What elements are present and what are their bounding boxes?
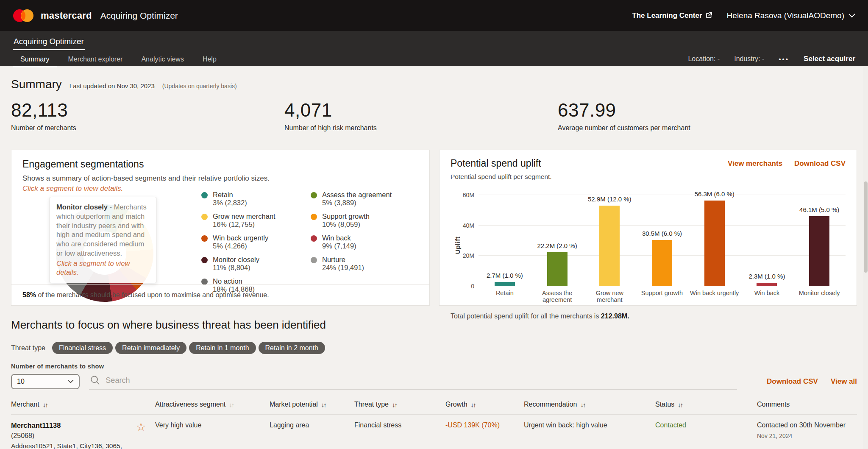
- engagement-description: Shows a summary of action-based segments…: [22, 174, 418, 183]
- legend-item[interactable]: Monitor closely11% (8,804): [201, 256, 290, 272]
- table-download-csv-link[interactable]: Download CSV: [767, 377, 818, 386]
- legend-dot: [201, 257, 208, 263]
- merchant-name[interactable]: Merchant11138: [11, 421, 136, 429]
- search-input[interactable]: [106, 376, 736, 385]
- bar-retain[interactable]: [495, 282, 515, 286]
- engagement-footnote: 58% of the merchants should be focused u…: [11, 284, 429, 305]
- learning-center-link[interactable]: The Learning Center: [632, 11, 712, 20]
- column-header-market-potential: Market potential↓↑: [270, 401, 354, 408]
- threat-chip-financial-stress[interactable]: Financial stress: [52, 342, 113, 354]
- bar-monitor-closely[interactable]: [809, 216, 829, 286]
- tab-summary[interactable]: Summary: [13, 50, 57, 67]
- merchants-section-heading: Merchants to focus on where business thr…: [11, 318, 857, 332]
- tab-merchant-explorer[interactable]: Merchant explorer: [60, 50, 130, 67]
- column-header-label: Status: [655, 401, 674, 408]
- legend-name: Assess the agreement: [322, 191, 392, 199]
- legend-value: 5% (4,266): [213, 242, 268, 250]
- legend-dot: [311, 214, 317, 220]
- growth-cell: -USD 139K (70%): [445, 421, 524, 449]
- merchants-table: Merchant↓↑Attractiveness segment↓↑Market…: [11, 401, 857, 449]
- uplift-download-csv-link[interactable]: Download CSV: [794, 159, 846, 168]
- legend-text: Grow new merchant16% (12,755): [213, 212, 275, 229]
- search-icon: [90, 375, 100, 386]
- y-tick: 40M: [463, 222, 474, 229]
- merchants-count-select[interactable]: 10: [11, 374, 80, 389]
- bar-win-back-urgently[interactable]: [704, 201, 725, 286]
- legend-item[interactable]: Support growth10% (8,059): [311, 212, 400, 229]
- bar-win-back[interactable]: [757, 283, 777, 286]
- legend-value: 24% (19,491): [322, 264, 364, 272]
- update-note: (Updates on quarterly basis): [162, 83, 237, 89]
- threat-chip-retain-in-1-month[interactable]: Retain in 1 month: [189, 342, 256, 354]
- legend-item[interactable]: Assess the agreement5% (3,889): [311, 191, 400, 207]
- legend-item[interactable]: Retain3% (2,832): [201, 191, 290, 207]
- merchant-search[interactable]: [89, 373, 737, 390]
- sort-icon[interactable]: ↓↑: [471, 401, 476, 408]
- y-tick: 60M: [463, 192, 474, 198]
- favorite-cell: ☆: [136, 421, 155, 449]
- bar-column: 52.9M (12.0 %): [583, 195, 636, 286]
- legend-item[interactable]: Grow new merchant16% (12,755): [201, 212, 290, 229]
- bar-column: 46.1M (5.0 %): [793, 195, 846, 286]
- external-link-icon: [705, 12, 712, 19]
- bar-grow-new-merchant[interactable]: [599, 206, 620, 286]
- bar-value-label: 2.7M (1.0 %): [487, 272, 523, 279]
- sort-icon[interactable]: ↓↑: [580, 401, 585, 408]
- legend-item[interactable]: Win back9% (7,149): [311, 234, 400, 250]
- sort-icon[interactable]: ↓↑: [678, 401, 682, 408]
- legend-dot: [201, 192, 208, 198]
- threat-chip-retain-in-2-month[interactable]: Retain in 2 month: [259, 342, 325, 354]
- merchants-table-header: Merchant↓↑Attractiveness segment↓↑Market…: [11, 401, 857, 415]
- brand-name: mastercard: [41, 10, 92, 21]
- brand: mastercard Acquiring Optimizer: [13, 9, 178, 22]
- legend-value: 10% (8,059): [322, 220, 370, 229]
- legend-item[interactable]: Nurture24% (19,491): [311, 256, 400, 272]
- industry-filter[interactable]: Industry: -: [734, 55, 764, 63]
- stat-value: 637.99: [558, 100, 857, 121]
- user-name: Helena Rasova (VisualAODemo): [727, 11, 844, 20]
- tab-help[interactable]: Help: [195, 50, 224, 67]
- scrollbar-thumb[interactable]: [864, 181, 868, 273]
- stat-label: Average number of customers per merchant: [558, 124, 857, 132]
- user-menu[interactable]: Helena Rasova (VisualAODemo): [727, 11, 855, 20]
- footnote-percent: 58%: [22, 291, 36, 298]
- view-all-link[interactable]: View all: [831, 377, 857, 386]
- view-merchants-link[interactable]: View merchants: [728, 159, 782, 168]
- engagement-title: Engagement segmentations: [22, 159, 418, 170]
- more-menu-icon[interactable]: •••: [779, 56, 789, 63]
- x-category-label: Support growth: [636, 290, 688, 303]
- uplift-title: Potential spend uplift: [451, 158, 541, 169]
- bar-value-label: 30.5M (6.0 %): [642, 230, 682, 237]
- last-updated: Last updated on Nov 30, 2023: [70, 82, 155, 89]
- legend-value: 3% (2,832): [213, 199, 247, 207]
- potential-spend-uplift-card: Potential spend uplift View merchants Do…: [439, 150, 857, 306]
- column-header-recommendation: Recommendation↓↑: [524, 401, 655, 408]
- legend-value: 11% (8,804): [213, 264, 259, 272]
- select-acquirer-button[interactable]: Select acquirer: [804, 55, 855, 63]
- merchants-show-label: Number of merchants to show: [11, 363, 857, 370]
- sort-icon[interactable]: ↓↑: [321, 401, 326, 408]
- favorite-star-icon[interactable]: ☆: [136, 421, 146, 433]
- threat-chip-retain-immediately[interactable]: Retain immediately: [115, 342, 186, 354]
- sort-icon[interactable]: ↓↑: [229, 401, 234, 408]
- bar-support-growth[interactable]: [652, 240, 672, 286]
- tab-analytic-views[interactable]: Analytic views: [134, 50, 191, 67]
- sort-icon[interactable]: ↓↑: [43, 401, 47, 408]
- stat-label: Number of merchants: [11, 124, 284, 132]
- table-row[interactable]: Merchant11138(25068)Address10521, State1…: [11, 415, 857, 449]
- page-scrollbar[interactable]: [863, 67, 868, 449]
- legend-item[interactable]: Win back urgently5% (4,266): [201, 234, 290, 250]
- sort-icon[interactable]: ↓↑: [392, 401, 397, 408]
- bar-column: 56.3M (6.0 %): [688, 195, 741, 286]
- recommendation-cell: Urgent win back: high value: [524, 421, 655, 449]
- column-header-label: Growth: [445, 401, 467, 408]
- legend-dot: [311, 192, 317, 198]
- y-tick: 20M: [463, 252, 474, 259]
- product-tab[interactable]: Acquiring Optimizer: [13, 32, 85, 50]
- x-category-label: Assess the agreement: [531, 290, 584, 303]
- summary-stat: 82,113Number of merchants: [11, 100, 284, 132]
- bar-assess-the-agreement[interactable]: [547, 252, 568, 286]
- uplift-total: Total potential spend uplift for all the…: [451, 312, 846, 320]
- column-header-threat-type: Threat type↓↑: [354, 401, 445, 408]
- location-filter[interactable]: Location: -: [688, 55, 720, 63]
